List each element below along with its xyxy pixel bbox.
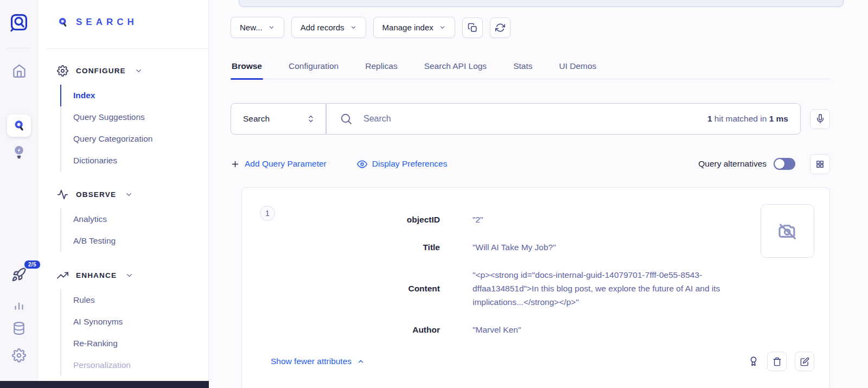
field-value: "Marvel Ken" [473,323,521,336]
bottom-strip [0,381,209,388]
section-observe-header[interactable]: OBSERVE [57,185,208,204]
chevron-up-icon [357,358,365,365]
main-content: New... Add records Manage index [209,0,868,388]
sidebar-divider [46,48,208,49]
section-label: OBSERVE [76,190,116,199]
onboarding-rocket-icon[interactable]: 2/5 [0,267,38,282]
chevron-down-icon [125,190,133,199]
add-records-label: Add records [301,23,344,32]
recommend-bulb-icon[interactable] [0,144,38,160]
show-fewer-label: Show fewer attributes [271,357,352,366]
algolia-logo[interactable] [0,12,38,33]
sidebar: SEARCH CONFIGURE Index Query Suggestions… [38,0,209,388]
tab-replicas[interactable]: Replicas [364,56,398,79]
delete-record-button[interactable] [767,352,787,371]
highlight-award-button[interactable] [748,355,759,367]
sidebar-item-dictionaries[interactable]: Dictionaries [60,150,208,171]
refresh-button[interactable] [490,17,510,38]
search-product-icon[interactable] [7,115,31,137]
copy-icon [468,23,477,33]
query-alternatives-toggle[interactable] [774,158,795,170]
tab-stats[interactable]: Stats [512,56,533,79]
search-icon [340,112,353,125]
add-query-parameter-label: Add Query Parameter [245,159,327,169]
sidebar-header: SEARCH [57,16,138,28]
refresh-icon [495,23,505,33]
sidebar-item-ai-synonyms[interactable]: AI Synonyms [60,311,208,333]
sidebar-title: SEARCH [76,17,138,28]
sidebar-item-analytics[interactable]: Analytics [60,208,208,230]
tab-configuration[interactable]: Configuration [288,56,340,79]
section-label: ENHANCE [76,271,117,279]
database-icon[interactable] [0,321,38,335]
sidebar-item-index[interactable]: Index [60,85,208,106]
field-label: objectID [261,213,440,226]
section-configure-header[interactable]: CONFIGURE [57,61,208,80]
add-records-dropdown-button[interactable]: Add records [291,17,366,38]
eye-icon [357,159,367,169]
sidebar-item-re-ranking[interactable]: Re-Ranking [60,333,208,354]
search-bar: Search 1 hit matched in 1 ms [231,103,830,135]
manage-index-dropdown-button[interactable]: Manage index [373,17,455,38]
home-icon[interactable] [0,63,38,78]
analytics-bars-icon[interactable] [0,297,38,311]
voice-search-button[interactable] [810,109,830,129]
tab-search-api-logs[interactable]: Search API Logs [423,56,488,79]
rail-divider [8,48,30,48]
gear-icon [57,65,68,77]
camera-off-icon [777,221,798,241]
query-options-row: Add Query Parameter Display Preferences … [231,154,830,174]
chevron-down-icon [268,24,275,31]
display-preferences-label: Display Preferences [372,159,448,169]
algolia-dashboard: 2/5 [0,0,868,388]
add-query-parameter-link[interactable]: Add Query Parameter [231,159,327,169]
toolbar: New... Add records Manage index [231,17,510,38]
show-fewer-attributes-link[interactable]: Show fewer attributes [271,357,365,366]
sidebar-item-ab-testing[interactable]: A/B Testing [60,230,208,252]
index-selector-partial[interactable] [239,0,844,7]
new-dropdown-button[interactable]: New... [231,17,284,38]
field-row-content: Content "<p><strong id="docs-internal-gu… [261,268,810,309]
sidebar-item-query-categorization[interactable]: Query Categorization [60,128,208,150]
section-configure: CONFIGURE Index Query Suggestions Query … [57,61,208,171]
edit-record-button[interactable] [795,352,814,371]
field-value: "<p><strong id="docs-internal-guid-14079… [473,268,759,309]
section-enhance-header[interactable]: ENHANCE [57,265,208,285]
search-product-mini-icon [57,16,69,28]
chevron-down-icon [350,24,357,31]
sidebar-item-personalization[interactable]: Personalization [60,354,208,376]
display-preferences-link[interactable]: Display Preferences [357,159,448,169]
field-value: "2" [473,213,483,226]
field-row-title: Title "Will AI Take My Job?" [261,240,810,254]
chevron-down-icon [135,67,143,75]
chevron-down-icon [125,271,133,279]
search-input-container: 1 hit matched in 1 ms [326,103,801,135]
tab-bar: Browse Configuration Replicas Search API… [231,56,830,79]
record-actions [748,352,814,371]
layout-grid-button[interactable] [810,154,830,174]
tab-browse[interactable]: Browse [231,56,263,79]
section-label: CONFIGURE [76,67,126,75]
hit-count-time: 1 ms [769,114,788,123]
trial-progress-badge: 2/5 [23,259,41,270]
search-input[interactable] [363,114,707,124]
hit-count-middle: hit matched in [712,114,769,123]
query-alternatives-label: Query alternatives [698,159,767,169]
field-label: Content [261,282,440,295]
sidebar-item-query-suggestions[interactable]: Query Suggestions [60,106,208,128]
record-card-footer: Show fewer attributes [271,349,814,373]
record-fields: objectID "2" Title "Will AI Take My Job?… [261,213,810,336]
toggle-knob [775,159,784,169]
award-ribbon-icon [748,355,759,367]
settings-gear-icon[interactable] [0,348,38,362]
search-mode-value: Search [243,114,270,124]
tab-ui-demos[interactable]: UI Demos [558,56,597,79]
sidebar-item-rules[interactable]: Rules [60,289,208,311]
hit-count-text: 1 hit matched in 1 ms [707,114,788,124]
copy-index-button[interactable] [462,17,483,38]
plus-icon [231,160,240,169]
field-row-objectid: objectID "2" [261,213,810,226]
new-dropdown-label: New... [240,23,263,32]
field-label: Title [261,240,440,254]
search-mode-select[interactable]: Search [231,103,326,135]
